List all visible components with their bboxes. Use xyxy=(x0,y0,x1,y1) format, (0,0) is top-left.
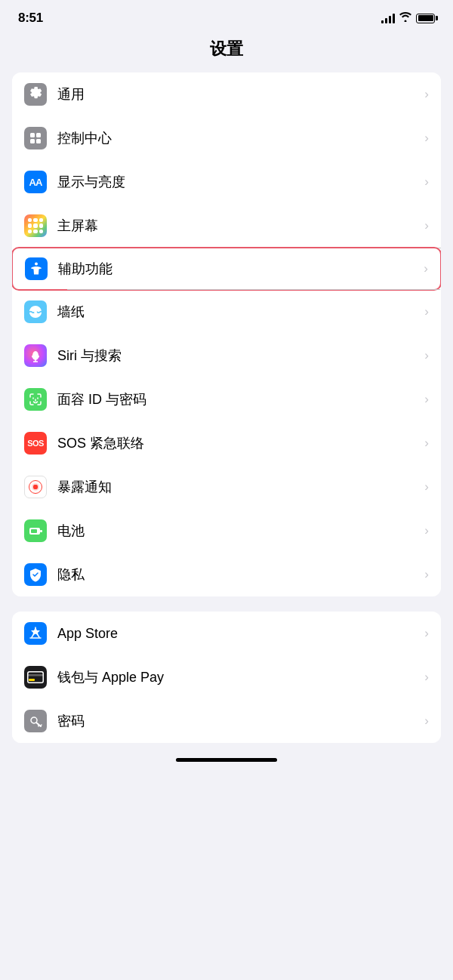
home-screen-label: 主屏幕 xyxy=(57,217,418,235)
settings-row-privacy[interactable]: 隐私 › xyxy=(12,553,441,596)
settings-row-general[interactable]: 通用 › xyxy=(12,72,441,116)
settings-row-accessibility[interactable]: 辅助功能 › xyxy=(12,247,441,291)
faceid-chevron: › xyxy=(424,392,429,407)
appstore-chevron: › xyxy=(424,626,429,641)
settings-row-display[interactable]: AA 显示与亮度 › xyxy=(12,160,441,204)
passwords-icon xyxy=(24,710,47,732)
settings-row-wallet[interactable]: 钱包与 Apple Pay › xyxy=(12,655,441,699)
wallpaper-chevron: › xyxy=(424,304,429,319)
wallet-label: 钱包与 Apple Pay xyxy=(57,668,418,686)
siri-label: Siri 与搜索 xyxy=(57,347,418,365)
sos-text: SOS xyxy=(27,439,44,448)
settings-row-siri[interactable]: Siri 与搜索 › xyxy=(12,334,441,378)
home-screen-chevron: › xyxy=(424,218,429,233)
settings-row-battery[interactable]: 电池 › xyxy=(12,509,441,553)
settings-row-sos[interactable]: SOS SOS 紧急联络 › xyxy=(12,421,441,465)
accessibility-label: 辅助功能 xyxy=(58,260,418,278)
control-center-label: 控制中心 xyxy=(57,129,418,147)
wallpaper-icon xyxy=(24,300,47,323)
wifi-icon xyxy=(399,12,411,24)
sos-icon: SOS xyxy=(24,432,47,455)
svg-rect-12 xyxy=(40,530,42,532)
wallet-chevron: › xyxy=(424,670,429,685)
grid-icon xyxy=(28,218,43,233)
sos-chevron: › xyxy=(424,436,429,451)
siri-icon xyxy=(24,344,47,367)
svg-point-4 xyxy=(35,263,38,266)
svg-rect-1 xyxy=(36,133,41,137)
svg-rect-16 xyxy=(27,674,44,676)
display-label: 显示与亮度 xyxy=(57,173,418,191)
status-bar: 8:51 xyxy=(0,0,453,32)
siri-chevron: › xyxy=(424,348,429,363)
wallet-icon xyxy=(24,666,47,689)
aa-text: AA xyxy=(29,177,42,188)
general-icon xyxy=(24,83,47,106)
status-icons xyxy=(381,12,435,24)
settings-row-wallpaper[interactable]: 墙纸 › xyxy=(12,290,441,334)
svg-rect-15 xyxy=(29,679,35,681)
passwords-chevron: › xyxy=(424,713,429,729)
page-title: 设置 xyxy=(0,32,453,72)
settings-row-faceid[interactable]: 面容 ID 与密码 › xyxy=(12,378,441,421)
exposure-icon xyxy=(24,476,47,498)
sos-label: SOS 紧急联络 xyxy=(57,434,418,452)
battery-icon xyxy=(416,14,435,23)
settings-group-1: 通用 › 控制中心 › AA 显示与亮度 › xyxy=(12,72,441,596)
settings-row-passwords[interactable]: 密码 › xyxy=(12,699,441,743)
home-indicator xyxy=(176,758,277,762)
privacy-label: 隐私 xyxy=(57,566,418,584)
settings-row-exposure[interactable]: 暴露通知 › xyxy=(12,465,441,509)
general-chevron: › xyxy=(424,87,429,102)
privacy-icon xyxy=(24,563,47,586)
appstore-icon xyxy=(24,622,47,645)
exposure-dots-icon xyxy=(28,479,43,495)
svg-rect-13 xyxy=(31,529,37,533)
wallpaper-label: 墙纸 xyxy=(57,303,418,321)
settings-row-control-center[interactable]: 控制中心 › xyxy=(12,116,441,160)
svg-rect-0 xyxy=(30,133,35,137)
faceid-icon xyxy=(24,388,47,411)
battery-label: 电池 xyxy=(57,522,418,540)
privacy-chevron: › xyxy=(424,567,429,582)
display-chevron: › xyxy=(424,174,429,190)
settings-group-2: App Store › 钱包与 Apple Pay › 密码 › xyxy=(12,612,441,743)
status-time: 8:51 xyxy=(18,11,43,26)
general-label: 通用 xyxy=(57,85,418,103)
faceid-label: 面容 ID 与密码 xyxy=(57,390,418,408)
settings-row-appstore[interactable]: App Store › xyxy=(12,612,441,655)
appstore-label: App Store xyxy=(57,626,418,642)
home-screen-icon xyxy=(24,214,47,237)
accessibility-icon xyxy=(25,257,48,280)
exposure-chevron: › xyxy=(424,479,429,495)
svg-line-20 xyxy=(41,725,42,726)
svg-rect-14 xyxy=(28,672,44,683)
control-center-icon xyxy=(24,127,47,149)
exposure-label: 暴露通知 xyxy=(57,478,418,496)
passwords-label: 密码 xyxy=(57,712,418,730)
display-icon: AA xyxy=(24,171,47,193)
signal-icon xyxy=(381,14,395,23)
gear-icon xyxy=(28,85,43,103)
battery-row-icon xyxy=(24,519,47,542)
svg-rect-3 xyxy=(36,139,41,143)
accessibility-chevron: › xyxy=(424,261,428,276)
control-center-chevron: › xyxy=(424,131,429,146)
settings-row-home-screen[interactable]: 主屏幕 › xyxy=(12,204,441,248)
svg-rect-2 xyxy=(30,139,35,143)
battery-chevron: › xyxy=(424,523,429,538)
